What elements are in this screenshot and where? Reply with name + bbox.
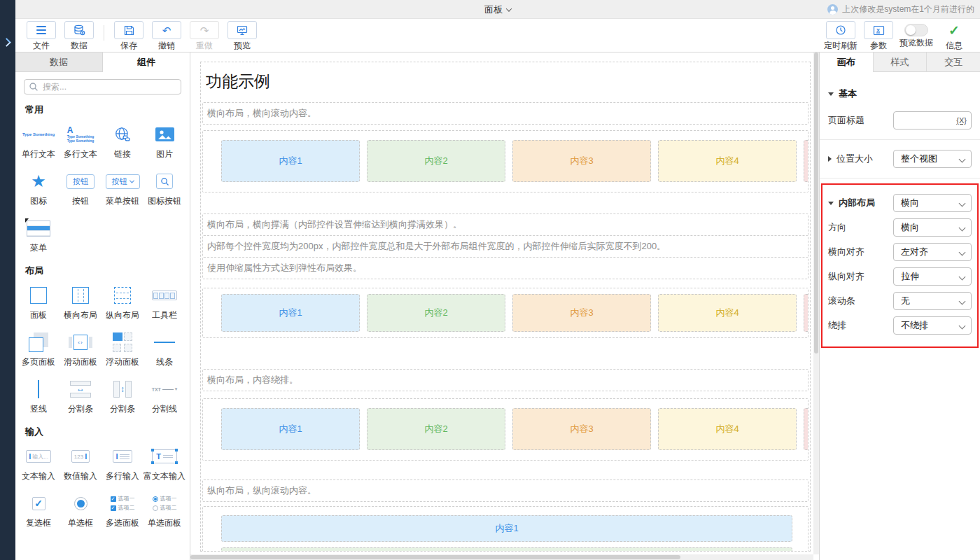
caption-horizontal-scroll[interactable]: 横向布局，横向滚动内容。	[202, 102, 808, 125]
inspector-panel: 画布 样式 交互 基本 页面标题 {X} 位置大小	[819, 52, 980, 560]
palette-item-line[interactable]: 线条	[144, 330, 186, 368]
content-block-5-clipped[interactable]	[804, 408, 808, 450]
content-block-1[interactable]: 内容1	[221, 408, 360, 450]
timed-refresh-button[interactable]: 定时刷新	[822, 21, 860, 52]
direction-select[interactable]: 横向	[893, 218, 972, 237]
link-globe-icon	[114, 126, 131, 143]
row-horizontal-scroll[interactable]: 内容1 内容2 内容3 内容4	[202, 130, 808, 192]
content-block-1-wide[interactable]: 内容1	[221, 515, 792, 542]
content-block-5-clipped[interactable]	[804, 294, 808, 332]
content-block-3[interactable]: 内容3	[512, 408, 651, 450]
canvas-vertical-scrollbar[interactable]	[813, 52, 819, 554]
content-block-3[interactable]: 内容3	[512, 294, 651, 332]
basic-section-header[interactable]: 基本	[828, 88, 972, 100]
caption-stretch-line1[interactable]: 横向布局，横向撑满（内部控件设置伸缩达到横向撑满效果）。	[202, 214, 808, 236]
palette-item-text-input[interactable]: I输入... 文本输入	[18, 444, 59, 482]
content-block-5-clipped[interactable]	[804, 140, 808, 182]
caption-stretch-line2[interactable]: 内部每个控件宽度均为200px，内部控件宽度总和是大于外部布局组件宽度的，内部控…	[202, 235, 808, 258]
content-block-4[interactable]: 内容4	[658, 140, 797, 182]
position-size-header[interactable]: 位置大小	[828, 153, 873, 165]
content-block-4[interactable]: 内容4	[658, 294, 797, 332]
palette-item-menu[interactable]: 菜单	[18, 216, 59, 254]
preview-data-toggle[interactable]	[904, 24, 928, 36]
palette-item-horizontal-layout[interactable]: 横向布局	[59, 284, 102, 321]
inner-layout-select[interactable]: 横向	[893, 194, 972, 212]
row-wrap[interactable]: 内容1 内容2 内容3 内容4	[202, 398, 808, 461]
content-block-4[interactable]: 内容4	[658, 408, 797, 450]
palette-item-richtext-input[interactable]: T 富文本输入	[144, 444, 186, 482]
palette-item-menu-button[interactable]: 按钮 菜单按钮	[102, 169, 144, 207]
palette-item-image[interactable]: 图片	[144, 122, 186, 160]
caption-vertical-scroll[interactable]: 纵向布局，纵向滚动内容。	[202, 479, 808, 502]
collapse-rail[interactable]	[0, 0, 15, 560]
palette-item-radio-panel[interactable]: 选项一 选项二 单选面板	[144, 491, 186, 529]
row-stretch[interactable]: 内容1 内容2 内容3 内容4	[202, 288, 808, 338]
number-input-icon: 123I	[71, 450, 90, 463]
palette-item-splitter-vertical[interactable]: ↕ 分割条	[102, 377, 144, 415]
divider	[820, 178, 980, 178]
palette-item-sliding-panel[interactable]: ‹› 滑动面板	[59, 330, 102, 368]
root-panel[interactable]: 功能示例 横向布局，横向滚动内容。 内容1 内容2 内容3 内容4 横向布局，横…	[200, 62, 811, 552]
palette-item-divider-line[interactable]: TXT▾ 分割线	[144, 377, 186, 415]
palette-item-checkbox[interactable]: ✓ 复选框	[18, 491, 59, 529]
undo-button[interactable]: ↶ 撤销	[148, 21, 186, 52]
palette-item-multiline-input[interactable]: I 多行输入	[102, 444, 144, 482]
palette-item-panel[interactable]: 面板	[18, 284, 59, 321]
preview-data-toggle-group[interactable]: 预览数据	[897, 21, 935, 52]
search-input[interactable]	[24, 79, 181, 94]
palette-item-checkbox-panel[interactable]: ✓选项一 ✓选项二 多选面板	[102, 491, 144, 529]
tab-components[interactable]: 组件	[103, 52, 190, 72]
palette-grid-input: I输入... 文本输入 123I 数值输入 I 多行输入 T 富文本输入 ✓ 复…	[15, 438, 190, 531]
horizontal-align-select[interactable]: 左对齐	[893, 243, 972, 261]
palette-item-floating-panel[interactable]: 浮动面板	[102, 330, 144, 368]
parameters-button[interactable]: X 参数	[860, 21, 897, 52]
content-block-2[interactable]: 内容2	[367, 408, 505, 450]
position-size-select[interactable]: 整个视图	[893, 150, 972, 168]
palette-item-multipage-panel[interactable]: 多页面板	[18, 330, 59, 368]
palette-item-multi-line-text[interactable]: A Type Something Type Something 多行文本	[59, 122, 102, 160]
save-button[interactable]: 保存	[110, 21, 148, 52]
content-block-2-clipped[interactable]	[221, 547, 792, 552]
board-title: 面板	[484, 4, 503, 16]
palette-item-splitter-horizontal[interactable]: ↔ 分割条	[59, 377, 102, 415]
tab-data[interactable]: 数据	[15, 52, 103, 72]
vertical-align-select[interactable]: 拉伸	[893, 267, 972, 286]
data-button[interactable]: 数据	[60, 21, 98, 52]
content-block-2[interactable]: 内容2	[367, 140, 505, 182]
canvas-horizontal-scrollbar[interactable]	[190, 554, 813, 560]
caption-wrap[interactable]: 横向布局，内容绕排。	[202, 369, 808, 391]
palette-item-link[interactable]: 链接	[102, 122, 144, 160]
palette-item-radio[interactable]: 单选框	[59, 491, 102, 529]
row-vertical-scroll[interactable]: 内容1	[202, 506, 808, 552]
canvas-heading[interactable]: 功能示例	[202, 62, 808, 102]
expand-chevron-icon[interactable]	[2, 38, 11, 47]
page-title-input[interactable]: {X}	[893, 111, 972, 130]
preview-button[interactable]: 预览	[223, 21, 261, 52]
wrap-select[interactable]: 不绕排	[893, 316, 972, 335]
board-title-menu[interactable]: 面板	[484, 0, 511, 19]
palette-item-single-line-text[interactable]: Type Something 单行文本	[18, 122, 59, 160]
inner-layout-header[interactable]: 内部布局	[828, 197, 875, 209]
file-button[interactable]: 文件	[22, 21, 60, 52]
content-block-3[interactable]: 内容3	[512, 140, 651, 182]
redo-button[interactable]: ↷ 重做	[186, 21, 223, 52]
tab-style[interactable]: 样式	[873, 52, 927, 72]
palette-item-icon-button[interactable]: 图标按钮	[144, 169, 186, 207]
palette-item-vertical-layout[interactable]: 纵向布局	[102, 284, 144, 321]
caption-stretch-line3[interactable]: 使用伸缩属性方式达到弹性布局效果。	[202, 257, 808, 279]
scrollbar-select[interactable]: 无	[893, 292, 972, 310]
palette-item-vertical-line[interactable]: 竖线	[18, 377, 59, 415]
image-icon	[155, 127, 174, 141]
formula-token-button[interactable]: {X}	[956, 116, 967, 125]
palette-item-toolbar[interactable]: 工具栏	[144, 284, 186, 321]
info-button[interactable]: ✓ 信息	[935, 21, 973, 52]
content-block-1[interactable]: 内容1	[221, 140, 360, 182]
content-block-1[interactable]: 内容1	[221, 294, 360, 332]
tab-interaction[interactable]: 交互	[926, 52, 980, 72]
palette-item-icon[interactable]: ★ 图标	[18, 169, 59, 207]
palette-item-number-input[interactable]: 123I 数值输入	[59, 444, 102, 482]
design-canvas[interactable]: 功能示例 横向布局，横向滚动内容。 内容1 内容2 内容3 内容4 横向布局，横…	[190, 52, 819, 560]
palette-item-button[interactable]: 按钮 按钮	[59, 169, 102, 207]
tab-canvas[interactable]: 画布	[820, 52, 873, 72]
content-block-2[interactable]: 内容2	[367, 294, 505, 332]
